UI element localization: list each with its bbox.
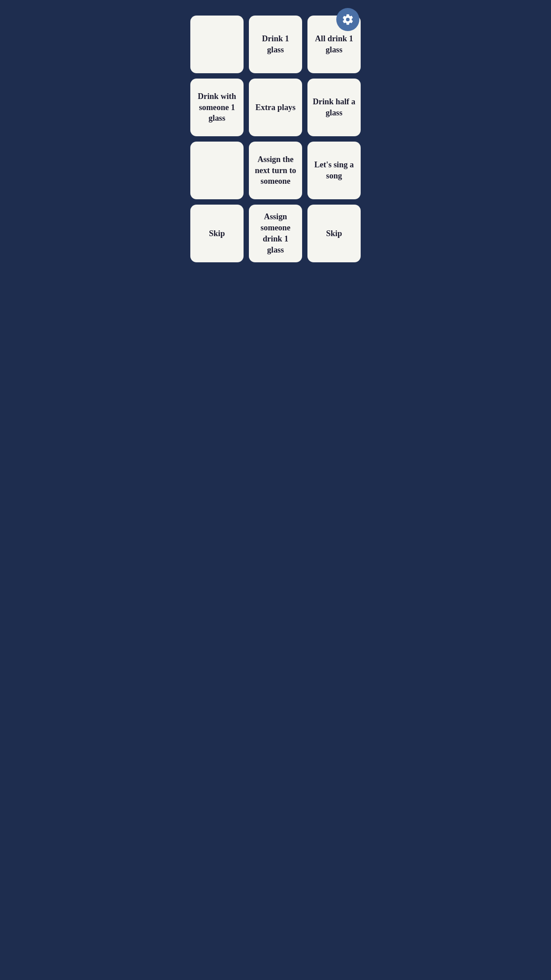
card-11[interactable]: Assign someone drink 1 glass [249,205,302,262]
card-grid: Drink 1 glassAll drink 1 glassDrink with… [190,16,361,262]
card-4[interactable]: Drink with someone 1 glass [190,79,244,136]
card-9[interactable]: Let's sing a song [307,142,361,199]
card-6[interactable]: Drink half a glass [307,79,361,136]
card-5[interactable]: Extra plays [249,79,302,136]
card-10[interactable]: Skip [190,205,244,262]
card-1[interactable] [190,16,244,73]
card-7[interactable] [190,142,244,199]
card-12[interactable]: Skip [307,205,361,262]
card-2[interactable]: Drink 1 glass [249,16,302,73]
gear-icon [342,13,354,26]
card-8[interactable]: Assign the next turn to someone [249,142,302,199]
settings-button[interactable] [336,8,359,31]
